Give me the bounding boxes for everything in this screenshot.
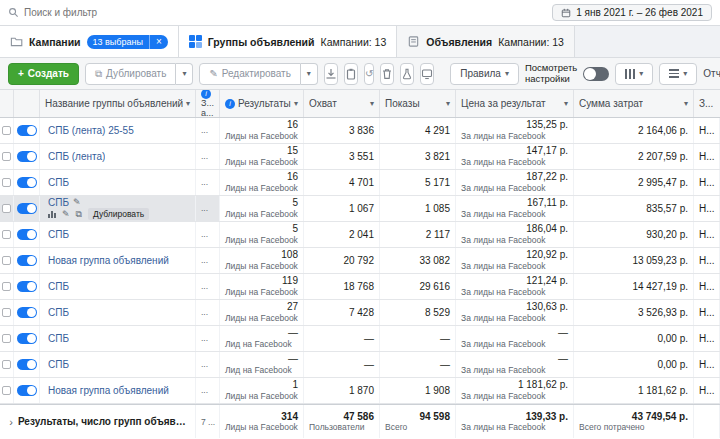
adset-name-link[interactable]: СПБ [48,281,69,292]
table-row[interactable]: СПБ ✎ ✎ ⧉ Дублировать ... 5 Лиды на Face… [0,222,720,248]
rename-pencil-icon[interactable]: ✎ [73,197,81,207]
table-row[interactable]: СПБ ✎ ✎ ⧉ Дублировать ... 27 Лиды на Fac… [0,300,720,326]
badge-close-icon[interactable]: × [149,35,168,49]
adset-active-toggle[interactable] [17,359,37,370]
adset-name-link[interactable]: СПБ [48,307,69,318]
adset-active-toggle[interactable] [17,203,37,214]
sort-caret-icon[interactable]: ▾ [564,100,568,108]
adset-active-toggle[interactable] [17,177,37,188]
adset-name-link[interactable]: СПБ (лента) [48,151,105,162]
row-checkbox[interactable] [2,308,11,317]
export-button[interactable] [324,63,338,85]
row-checkbox[interactable] [2,152,11,161]
tab-adsets[interactable]: Группы объявлений Кампании: 13 [179,26,397,57]
table-row[interactable]: СПБ ✎ ✎ ⧉ Дублировать ... — Лид на Faceb… [0,326,720,352]
adset-active-toggle[interactable] [17,151,37,162]
table-row[interactable]: СПБ ✎ ✎ ⧉ Дублировать ... 5 Лиды на Face… [0,196,720,222]
tab-campaigns[interactable]: Кампании 13 выбраны × [0,26,179,57]
row-checkbox[interactable] [2,178,11,187]
table-row[interactable]: Новая группа объявлений ✎ ✎ ⧉ Дублироват… [0,378,720,404]
table-row[interactable]: СПБ ✎ ✎ ⧉ Дублировать ... 119 Лиды на Fa… [0,274,720,300]
view-settings-link[interactable]: Посмотреть настройки [525,63,577,85]
sort-caret-icon[interactable]: ▾ [684,100,688,108]
header-spent[interactable]: Сумма затрат ▾ [574,90,694,117]
selected-filter-badge[interactable]: 13 выбраны × [87,35,168,49]
adset-name-cell[interactable]: СПБ ✎ ✎ ⧉ Дублировать [40,170,196,195]
row-checkbox[interactable] [2,126,11,135]
adset-name-link[interactable]: Новая группа объявлений [48,255,169,266]
adset-name-link[interactable]: СПБ [48,177,69,188]
footer-summary-cell[interactable]: › Результаты, число групп объяв… [0,405,196,438]
adset-active-toggle[interactable] [17,255,37,266]
header-end[interactable]: З... [694,90,720,117]
adset-name-cell[interactable]: СПБ ✎ ✎ ⧉ Дублировать [40,352,196,377]
adset-active-toggle[interactable] [17,333,37,344]
adset-name-cell[interactable]: СПБ (лента) ✎ ✎ ⧉ Дублировать [40,144,196,169]
info-icon[interactable]: i [225,99,235,109]
adset-name-cell[interactable]: СПБ (лента) 25-55 ✎ ✎ ⧉ Дублировать [40,118,196,143]
adset-name-cell[interactable]: Новая группа объявлений ✎ ✎ ⧉ Дублироват… [40,378,196,403]
header-cost-per-result[interactable]: Цена за результат ▾ [456,90,574,117]
report-button[interactable]: Отчет... [703,68,720,79]
table-row[interactable]: СПБ ✎ ✎ ⧉ Дублировать ... — Лид на Faceb… [0,352,720,378]
sort-caret-icon[interactable]: ▾ [370,100,374,108]
adset-name-cell[interactable]: СПБ ✎ ✎ ⧉ Дублировать [40,326,196,351]
table-row[interactable]: СПБ (лента) 25-55 ✎ ✎ ⧉ Дублировать ... … [0,118,720,144]
chevron-right-icon[interactable]: › [9,416,13,428]
header-reach[interactable]: Охват ▾ [304,90,380,117]
adset-name-link[interactable]: Новая группа объявлений [48,385,169,396]
adset-active-toggle[interactable] [17,385,37,396]
adset-name-link[interactable]: СПБ [48,333,69,344]
header-select-all-cell[interactable] [0,90,14,117]
undo-button[interactable]: ↺ [364,63,374,85]
adset-active-toggle[interactable] [17,125,37,136]
sort-caret-icon[interactable]: ▾ [446,100,450,108]
view-charts-icon[interactable] [48,211,56,218]
breakdown-button[interactable]: ▾ [659,63,697,85]
charts-toggle[interactable] [583,67,609,81]
row-checkbox[interactable] [2,282,11,291]
adset-name-cell[interactable]: Новая группа объявлений ✎ ✎ ⧉ Дублироват… [40,248,196,273]
header-impressions[interactable]: Показы ▾ [380,90,456,117]
row-checkbox[interactable] [2,386,11,395]
header-delivery[interactable]: i З... а... [196,90,220,117]
clipboard-button[interactable] [344,63,358,85]
header-adset-name[interactable]: Название группы объявлений ▾ [40,90,196,117]
tab-ads[interactable]: Объявления Кампании: 13 [397,26,575,57]
table-row[interactable]: СПБ (лента) ✎ ✎ ⧉ Дублировать ... 15 Лид… [0,144,720,170]
header-results[interactable]: iРезультаты ▾ [220,90,304,117]
adset-name-cell[interactable]: СПБ ✎ ✎ ⧉ Дублировать [40,274,196,299]
create-button[interactable]: + Создать [8,63,79,85]
sort-caret-icon[interactable]: ▾ [294,100,298,108]
edit-caret-button[interactable]: ▾ [301,63,318,85]
table-row[interactable]: Новая группа объявлений ✎ ✎ ⧉ Дублироват… [0,248,720,274]
date-range-picker[interactable]: 1 янв 2021 г. – 26 фев 2021 [552,4,712,21]
sort-caret-icon[interactable]: ▾ [186,100,190,108]
row-checkbox[interactable] [2,230,11,239]
adset-active-toggle[interactable] [17,229,37,240]
ab-test-button[interactable] [400,63,414,85]
pixel-button[interactable] [420,63,434,85]
adset-name-link[interactable]: СПБ [48,229,69,240]
adset-name-cell[interactable]: СПБ ✎ ✎ ⧉ Дублировать [40,222,196,247]
duplicate-button[interactable]: ⧉ Дублировать [85,63,176,85]
edit-icon[interactable]: ✎ [62,210,70,219]
search-input[interactable] [24,7,184,18]
edit-button[interactable]: ✎ Редактировать [199,63,300,85]
table-row[interactable]: СПБ ✎ ✎ ⧉ Дублировать ... 16 Лиды на Fac… [0,170,720,196]
duplicate-icon[interactable]: ⧉ [76,210,82,219]
adset-name-cell[interactable]: СПБ ✎ ✎ ⧉ Дублировать [40,300,196,325]
adset-active-toggle[interactable] [17,307,37,318]
adset-name-link[interactable]: СПБ (лента) 25-55 [48,125,134,136]
adset-name-link[interactable]: СПБ [48,359,69,370]
row-checkbox[interactable] [2,256,11,265]
row-checkbox[interactable] [2,360,11,369]
columns-button[interactable]: ▾ [615,63,653,85]
adset-name-link[interactable]: СПБ [48,197,69,207]
rules-button[interactable]: Правила ▾ [450,63,519,85]
adset-active-toggle[interactable] [17,281,37,292]
search-box[interactable] [8,7,184,18]
adset-name-cell[interactable]: СПБ ✎ ✎ ⧉ Дублировать [40,196,196,221]
row-checkbox[interactable] [2,204,11,213]
row-checkbox[interactable] [2,334,11,343]
